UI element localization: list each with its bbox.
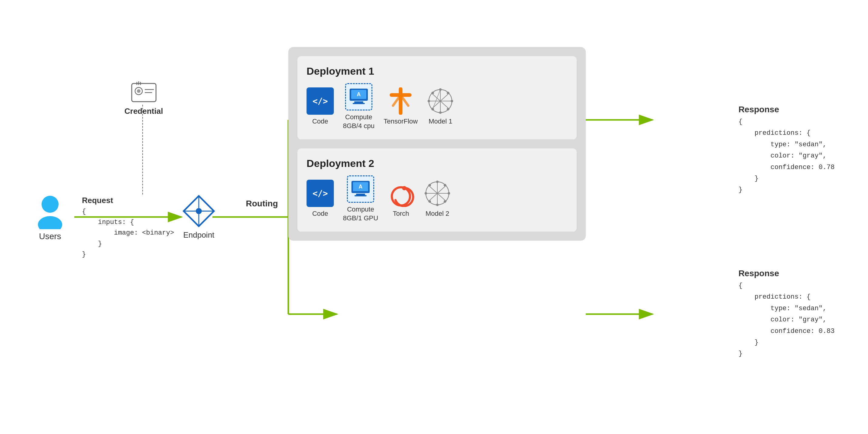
- svg-point-38: [439, 112, 442, 114]
- svg-point-37: [439, 88, 442, 91]
- deployment-2-framework-label: Torch: [393, 209, 409, 218]
- deployment-1-code-box: </> Code: [307, 87, 334, 126]
- svg-rect-30: [353, 103, 365, 104]
- deployment-2-code-box: </> Code: [307, 180, 334, 218]
- deployment-1-compute-icon: A: [345, 83, 372, 111]
- deployment-2-code-icon: </>: [307, 180, 334, 207]
- svg-point-59: [425, 192, 427, 194]
- deployment-2-compute-box: A Compute8GB/1 GPU: [343, 176, 378, 222]
- user-label: Users: [39, 231, 61, 241]
- deployment-1-code-label: Code: [312, 117, 329, 126]
- response-2-code: { predictions: { type: "sedan", color: "…: [738, 280, 835, 360]
- svg-point-43: [432, 108, 434, 111]
- response-1-section: Response { predictions: { type: "sedan",…: [738, 105, 835, 196]
- svg-point-58: [436, 204, 439, 206]
- svg-point-51: [402, 186, 406, 190]
- request-code: { inputs: { image: <binary> } }: [82, 206, 174, 260]
- svg-text:A: A: [359, 184, 363, 190]
- endpoint-icon: [182, 194, 215, 228]
- request-section: Request { inputs: { image: <binary> } }: [82, 196, 174, 260]
- svg-point-60: [448, 192, 450, 194]
- deployments-container: Deployment 1 </> Code: [288, 47, 586, 241]
- svg-point-41: [432, 92, 434, 94]
- svg-rect-48: [356, 194, 365, 195]
- response-1-label: Response: [738, 105, 835, 115]
- deployment-1-model-icon: [427, 87, 454, 115]
- svg-point-64: [444, 200, 446, 203]
- deployment-2-icons: </> Code A Compute8: [307, 176, 567, 222]
- deployment-2-compute-icon: A: [347, 176, 374, 203]
- credential-label: Credential: [124, 106, 163, 116]
- svg-point-16: [137, 89, 141, 93]
- svg-point-21: [196, 208, 202, 214]
- deployment-2-card: Deployment 2 </> Code A: [298, 148, 577, 231]
- response-1-code: { predictions: { type: "sedan", color: "…: [738, 116, 835, 196]
- svg-point-10: [41, 196, 59, 213]
- deployment-1-model-box: Model 1: [427, 87, 454, 126]
- deployment-1-tensorflow-icon: [387, 87, 414, 115]
- credential-section: Credential: [124, 81, 163, 116]
- deployment-1-code-icon: </>: [307, 87, 334, 115]
- endpoint-section: Endpoint: [182, 194, 215, 240]
- svg-rect-49: [354, 195, 367, 196]
- svg-point-61: [429, 184, 431, 186]
- deployment-2-torch-box: Torch: [387, 180, 414, 218]
- deployment-2-model-box: Model 2: [424, 180, 451, 218]
- deployment-1-title: Deployment 1: [307, 65, 567, 77]
- deployment-2-torch-icon: [387, 180, 414, 207]
- deployment-1-model-label: Model 1: [429, 117, 452, 126]
- deployment-2-compute-label: Compute8GB/1 GPU: [343, 205, 378, 222]
- svg-point-39: [428, 100, 430, 102]
- deployment-1-card: Deployment 1 </> Code: [298, 56, 577, 139]
- svg-text:A: A: [356, 91, 361, 97]
- svg-point-62: [444, 184, 446, 186]
- svg-point-42: [447, 92, 449, 94]
- svg-point-40: [451, 100, 453, 102]
- diagram: Users Credential Request { inputs: { ima…: [15, 20, 853, 414]
- deployment-2-model-icon: [424, 180, 451, 207]
- response-2-section: Response { predictions: { type: "sedan",…: [738, 269, 835, 360]
- response-2-label: Response: [738, 269, 835, 278]
- deployment-1-tensorflow-box: TensorFlow: [383, 87, 417, 126]
- deployment-1-compute-box: A Compute8GB/4 cpu: [343, 83, 374, 130]
- deployment-2-code-label: Code: [312, 209, 329, 218]
- routing-label: Routing: [246, 199, 278, 209]
- deployment-1-icons: </> Code A: [307, 83, 567, 130]
- request-label: Request: [82, 196, 174, 205]
- credential-icon: [130, 81, 157, 105]
- svg-rect-29: [354, 101, 363, 103]
- deployment-1-compute-label: Compute8GB/4 cpu: [343, 113, 374, 130]
- svg-point-44: [447, 108, 449, 111]
- svg-point-57: [436, 181, 439, 183]
- svg-point-11: [38, 216, 62, 229]
- endpoint-label: Endpoint: [183, 230, 215, 240]
- user-section: Users: [33, 193, 67, 241]
- deployment-2-title: Deployment 2: [307, 157, 567, 169]
- deployment-1-framework-label: TensorFlow: [383, 117, 417, 126]
- user-icon: [33, 193, 67, 229]
- svg-point-63: [429, 200, 431, 203]
- svg-point-50: [392, 187, 410, 206]
- deployment-2-model-label: Model 2: [426, 209, 449, 218]
